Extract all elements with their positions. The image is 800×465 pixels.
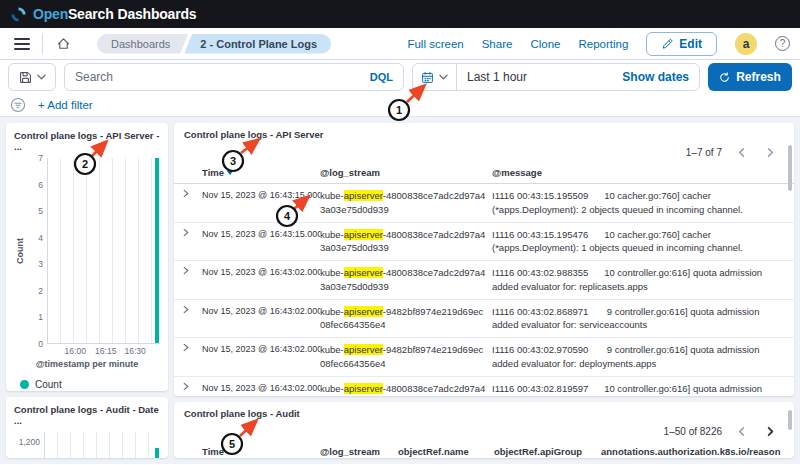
column-objectref-name[interactable]: objectRef.name	[398, 443, 494, 458]
column-annotations-reason[interactable]: annotations.authorization.k8s.io/reason	[601, 443, 786, 458]
chevron-right-icon	[765, 147, 776, 158]
table-header: Time @log_stream @message	[174, 164, 794, 184]
breadcrumb: Dashboards 2 - Control Plane Logs	[97, 34, 331, 54]
plot-area[interactable]	[47, 158, 160, 344]
panel-title: Control plane logs - Audit - Date ...	[14, 404, 160, 426]
menu-button[interactable]	[10, 32, 34, 56]
column-time[interactable]: Time	[202, 443, 320, 458]
chevron-down-icon	[439, 74, 448, 80]
edit-button[interactable]: Edit	[646, 32, 717, 56]
home-button[interactable]	[51, 32, 75, 56]
panel-title: Control plane logs - Audit	[184, 408, 784, 419]
expand-row-button[interactable]	[182, 377, 202, 396]
filter-icon[interactable]	[10, 97, 26, 113]
expand-row-button[interactable]	[182, 223, 202, 246]
x-tick: 16:15	[95, 346, 116, 356]
dql-button[interactable]: DQL	[370, 71, 393, 83]
prev-page-button[interactable]	[732, 426, 751, 437]
histogram-bar[interactable]	[155, 448, 159, 458]
breadcrumb-current-dashboard: 2 - Control Plane Logs	[184, 34, 331, 54]
y-tick: 1,200	[19, 437, 40, 447]
expand-row-button[interactable]	[182, 300, 202, 323]
column-log-stream[interactable]: @log_stream	[320, 164, 492, 183]
pencil-icon	[661, 38, 673, 50]
histogram-bar[interactable]	[155, 158, 159, 343]
legend-swatch	[20, 380, 29, 389]
panel-audit-table: Control plane logs - Audit 1–50 of 8226 …	[174, 402, 794, 458]
refresh-button-label: Refresh	[736, 70, 781, 84]
opensearch-logo[interactable]: OpenSearchDashboards	[10, 6, 196, 23]
cell-message: I1116 00:43:02.970590 9 controller.go:61…	[492, 338, 786, 376]
chevron-right-icon	[765, 426, 776, 437]
cell-message: I1116 00:43:15.195509 10 cacher.go:760] …	[492, 184, 786, 222]
column-message[interactable]: @message	[492, 164, 786, 183]
panel-api-server-chart: Control plane logs - API Server - ... Co…	[6, 123, 168, 391]
chevron-left-icon	[736, 147, 747, 158]
avatar[interactable]: a	[735, 33, 757, 55]
cell-time: Nov 15, 2023 @ 16:43:02.000	[202, 338, 320, 361]
x-tick: 16:00	[65, 346, 86, 356]
clone-link[interactable]: Clone	[530, 38, 560, 50]
time-range-value[interactable]: Last 1 hour	[457, 70, 527, 84]
next-page-button[interactable]	[761, 147, 780, 158]
highlighted-term: apiserver	[344, 383, 383, 394]
plot-area[interactable]	[44, 432, 160, 458]
y-tick: 5	[38, 206, 43, 216]
next-page-button[interactable]	[761, 426, 780, 437]
expand-row-button[interactable]	[182, 261, 202, 284]
expand-row-button[interactable]	[182, 338, 202, 361]
navbar: Dashboards 2 - Control Plane Logs Full s…	[0, 28, 800, 60]
highlighted-term: apiserver	[344, 267, 383, 278]
y-axis-label: Count	[15, 238, 25, 264]
calendar-icon	[421, 71, 434, 84]
cell-log-stream: kube-apiserver-4800838ce7adc2d97a43a03e7…	[320, 223, 492, 261]
pagination: 1–50 of 8226	[174, 419, 794, 443]
legend-label: Count	[35, 379, 62, 390]
prev-page-button[interactable]	[732, 147, 751, 158]
reporting-link[interactable]: Reporting	[578, 38, 628, 50]
cell-time: Nov 15, 2023 @ 16:43:02.000	[202, 300, 320, 323]
panel-title: Control plane logs - API Server	[184, 129, 784, 140]
pagination-range: 1–7 of 7	[686, 147, 722, 158]
search-input[interactable]	[75, 70, 362, 84]
cell-message: I1116 00:43:02.868971 9 controller.go:61…	[492, 300, 786, 338]
help-icon[interactable]: ?	[775, 36, 790, 51]
column-objectref-apigroup[interactable]: objectRef.apiGroup	[494, 443, 601, 458]
expander-column	[182, 443, 202, 451]
y-tick: 2	[38, 286, 43, 296]
breadcrumb-dashboards[interactable]: Dashboards	[97, 34, 188, 54]
panel-api-server-table: Control plane logs - API Server 1–7 of 7…	[174, 123, 794, 396]
chart-legend[interactable]: Count	[14, 379, 160, 390]
opensearch-dashboards-app: OpenSearchDashboards Dashboards 2 - Cont…	[0, 0, 800, 465]
refresh-button[interactable]: Refresh	[708, 63, 792, 91]
panel-title: Control plane logs - API Server - ...	[14, 130, 160, 152]
highlighted-term: apiserver	[344, 229, 383, 240]
date-picker: Last 1 hour Show dates	[412, 63, 700, 91]
full-screen-link[interactable]: Full screen	[407, 38, 463, 50]
highlighted-term: apiserver	[344, 306, 383, 317]
scrollbar-thumb[interactable]	[788, 410, 792, 430]
brand-text: OpenSearchDashboards	[33, 6, 196, 22]
chevron-down-icon	[37, 74, 46, 80]
column-log-stream[interactable]: @log_stream	[320, 443, 398, 458]
divider	[42, 34, 43, 54]
cell-message: I1116 00:43:02.819597 10 controller.go:6…	[492, 377, 786, 396]
date-quick-select-button[interactable]	[413, 64, 457, 90]
x-axis-label: @timestamp per minute	[14, 359, 160, 369]
expand-row-button[interactable]	[182, 184, 202, 207]
column-time[interactable]: Time	[202, 164, 320, 183]
highlighted-term: apiserver	[344, 344, 383, 355]
saved-query-button[interactable]	[8, 63, 56, 91]
cell-message: I1116 00:43:15.195476 10 cacher.go:760] …	[492, 223, 786, 261]
cell-log-stream: kube-apiserver-4800838ce7adc2d97a43a03e7…	[320, 377, 492, 396]
y-tick: 6	[38, 180, 43, 190]
cell-time: Nov 15, 2023 @ 16:43:15.000	[202, 223, 320, 246]
scrollbar-thumb[interactable]	[788, 145, 792, 191]
y-tick: 7	[38, 153, 43, 163]
table-row: Nov 15, 2023 @ 16:43:02.000 kube-apiserv…	[174, 300, 794, 339]
share-link[interactable]: Share	[482, 38, 513, 50]
cell-log-stream: kube-apiserver-4800838ce7adc2d97a43a03e7…	[320, 184, 492, 222]
show-dates-button[interactable]: Show dates	[622, 70, 699, 84]
add-filter-button[interactable]: + Add filter	[38, 99, 93, 111]
pagination-range: 1–50 of 8226	[664, 426, 722, 437]
